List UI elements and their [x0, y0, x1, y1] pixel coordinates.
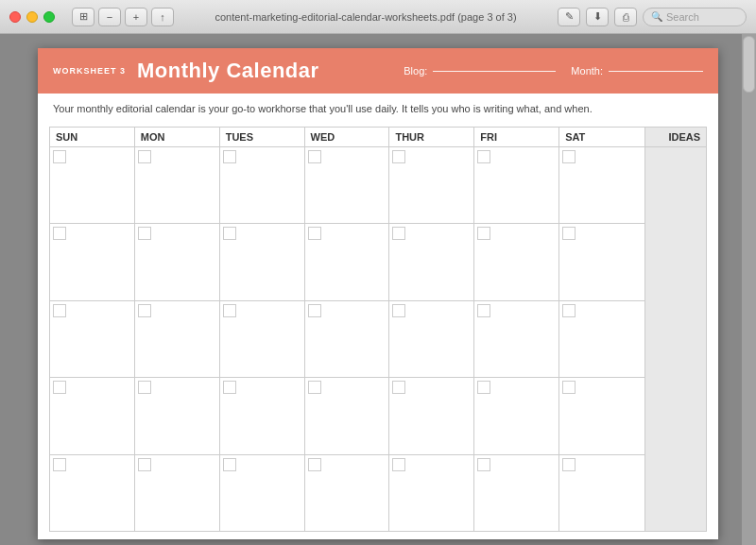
cell-4-5	[389, 378, 474, 454]
pdf-page: WORKSHEET 3 Monthly Calendar Blog: Month…	[38, 48, 718, 539]
cell-3-6	[474, 301, 559, 378]
calendar-row-5	[50, 455, 644, 532]
cell-4-7	[559, 378, 644, 454]
blog-field-group: Blog:	[404, 65, 556, 77]
cell-5-3	[220, 455, 305, 532]
day-box	[138, 150, 151, 163]
close-button[interactable]	[9, 11, 21, 23]
edit-button[interactable]: ✎	[558, 8, 580, 26]
cell-1-2	[135, 147, 220, 224]
cell-2-2	[135, 224, 220, 300]
header-fri: FRI	[474, 128, 559, 146]
cell-1-6	[474, 147, 559, 224]
day-box	[53, 227, 66, 240]
cell-4-2	[135, 378, 220, 454]
cell-2-4	[305, 224, 390, 300]
scrollbar[interactable]	[742, 34, 756, 545]
ideas-content	[645, 147, 706, 532]
day-box	[392, 227, 405, 240]
ideas-header: IDEAS	[645, 128, 706, 147]
cell-2-5	[389, 224, 474, 300]
cell-3-5	[389, 301, 474, 378]
day-box	[53, 304, 66, 317]
month-line	[609, 71, 703, 72]
cell-3-7	[559, 301, 644, 378]
header-wed: WED	[305, 128, 390, 146]
cell-5-5	[389, 455, 474, 532]
day-box	[392, 458, 405, 471]
day-box	[562, 458, 576, 471]
worksheet-fields: Blog: Month:	[404, 65, 703, 77]
calendar-rows	[50, 147, 644, 532]
day-box	[477, 458, 490, 471]
cell-4-4	[305, 378, 390, 454]
scrollbar-thumb[interactable]	[743, 36, 755, 93]
day-box	[138, 458, 151, 471]
blog-line	[433, 71, 556, 72]
day-box	[223, 381, 236, 394]
calendar-row-1	[50, 147, 644, 225]
blog-label: Blog:	[404, 65, 427, 77]
zoom-in-button[interactable]: +	[125, 8, 147, 26]
day-box	[562, 150, 576, 163]
description-text: Your monthly editorial calendar is your …	[38, 94, 718, 123]
cell-1-5	[389, 147, 474, 224]
minimize-button[interactable]	[26, 11, 38, 23]
day-box	[392, 304, 405, 317]
zoom-out-button[interactable]: −	[98, 8, 121, 26]
month-label: Month:	[571, 65, 603, 77]
cell-1-3	[220, 147, 305, 224]
titlebar-right: ✎ ⬇ ⎙ 🔍 Search	[558, 8, 747, 26]
day-box	[562, 381, 576, 394]
print-button[interactable]: ⎙	[614, 8, 637, 26]
calendar-row-2	[50, 224, 644, 301]
calendar-row-3	[50, 301, 644, 379]
cell-1-4	[305, 147, 390, 224]
cell-4-1	[50, 378, 135, 454]
calendar-container: SUN MON TUES WED THUR FRI SAT	[38, 123, 718, 540]
day-box	[308, 304, 321, 317]
header-sat: SAT	[559, 128, 644, 146]
sidebar-toggle-button[interactable]: ⊞	[72, 8, 94, 26]
day-box	[223, 304, 236, 317]
cell-4-3	[220, 378, 305, 454]
search-box[interactable]: 🔍 Search	[643, 8, 747, 26]
day-box	[223, 150, 236, 163]
calendar-row-4	[50, 378, 644, 455]
cell-3-4	[305, 301, 390, 378]
calendar-main: SUN MON TUES WED THUR FRI SAT	[49, 127, 645, 533]
cell-4-6	[474, 378, 559, 454]
calendar-header-row: SUN MON TUES WED THUR FRI SAT	[50, 128, 644, 147]
day-box	[477, 227, 490, 240]
cell-3-3	[220, 301, 305, 378]
day-box	[138, 304, 151, 317]
day-box	[53, 381, 66, 394]
fullscreen-button[interactable]	[43, 11, 55, 23]
ideas-sidebar: IDEAS	[645, 127, 707, 533]
cell-2-1	[50, 224, 135, 300]
day-box	[392, 381, 405, 394]
cell-2-3	[220, 224, 305, 300]
download-button[interactable]: ⬇	[586, 8, 609, 26]
day-box	[562, 304, 576, 317]
cell-5-4	[305, 455, 390, 532]
day-box	[477, 381, 490, 394]
day-box	[477, 150, 490, 163]
day-box	[138, 227, 151, 240]
day-box	[477, 304, 490, 317]
cell-1-1	[50, 147, 135, 224]
share-button[interactable]: ↑	[151, 8, 174, 26]
day-box	[308, 227, 321, 240]
cell-3-1	[50, 301, 135, 378]
day-box	[53, 150, 66, 163]
cell-5-6	[474, 455, 559, 532]
cell-2-6	[474, 224, 559, 300]
month-field-group: Month:	[571, 65, 703, 77]
cell-5-2	[135, 455, 220, 532]
pdf-viewer: WORKSHEET 3 Monthly Calendar Blog: Month…	[0, 34, 756, 545]
search-placeholder: Search	[666, 11, 699, 23]
cell-5-1	[50, 455, 135, 532]
titlebar: ⊞ − + ↑ content-marketing-editorial-cale…	[0, 0, 756, 34]
header-sun: SUN	[50, 128, 135, 146]
cell-1-7	[559, 147, 644, 224]
